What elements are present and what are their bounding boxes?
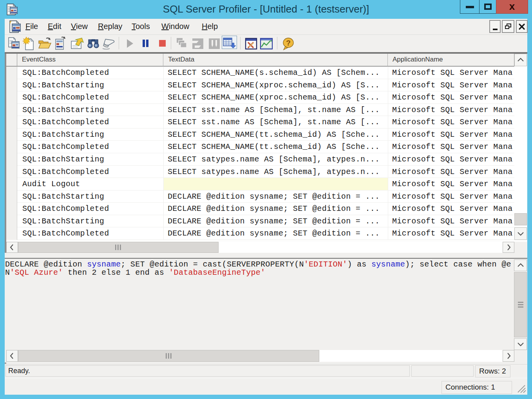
svg-text:?: ? bbox=[286, 39, 291, 47]
